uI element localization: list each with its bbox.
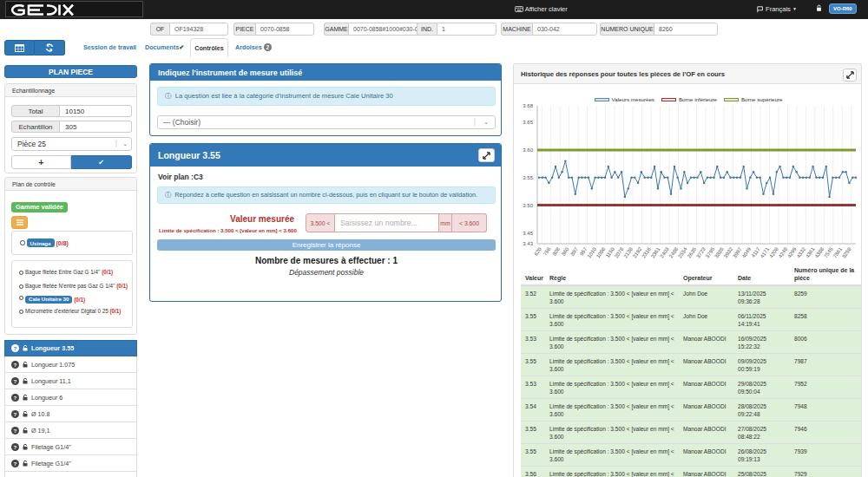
svg-text:4049: 4049	[741, 246, 753, 259]
svg-text:758: 758	[542, 246, 552, 257]
svg-text:?: ?	[14, 460, 17, 466]
svg-text:897: 897	[569, 246, 579, 257]
svg-text:860: 860	[561, 246, 570, 257]
svg-text:?: ?	[14, 427, 17, 433]
svg-text:3.55: 3.55	[523, 175, 533, 180]
svg-text:?: ?	[14, 394, 17, 400]
svg-text:3.45: 3.45	[523, 231, 533, 236]
svg-text:?: ?	[14, 361, 17, 367]
svg-text:3.68: 3.68	[523, 103, 533, 108]
svg-text:808: 808	[551, 246, 561, 257]
svg-text:1086: 1086	[595, 246, 607, 259]
svg-text:3.50: 3.50	[523, 203, 533, 208]
svg-text:3.43: 3.43	[523, 241, 533, 246]
svg-text:?: ?	[14, 410, 17, 416]
svg-text:3.65: 3.65	[523, 120, 533, 125]
svg-text:620: 620	[533, 246, 542, 257]
svg-text:3.60: 3.60	[523, 147, 533, 153]
svg-text:?: ?	[14, 377, 17, 383]
svg-text:8258: 8258	[841, 246, 852, 259]
svg-text:?: ?	[14, 443, 17, 449]
svg-text:?: ?	[14, 345, 17, 351]
